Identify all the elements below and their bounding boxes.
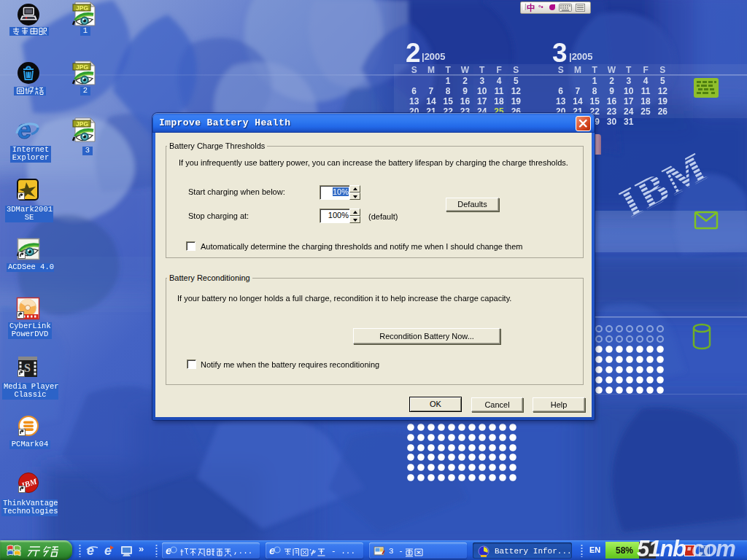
svg-text:S: S <box>24 362 31 374</box>
svg-text:e: e <box>104 543 112 558</box>
svg-text:e: e <box>87 543 94 558</box>
svg-text:»: » <box>139 543 144 554</box>
